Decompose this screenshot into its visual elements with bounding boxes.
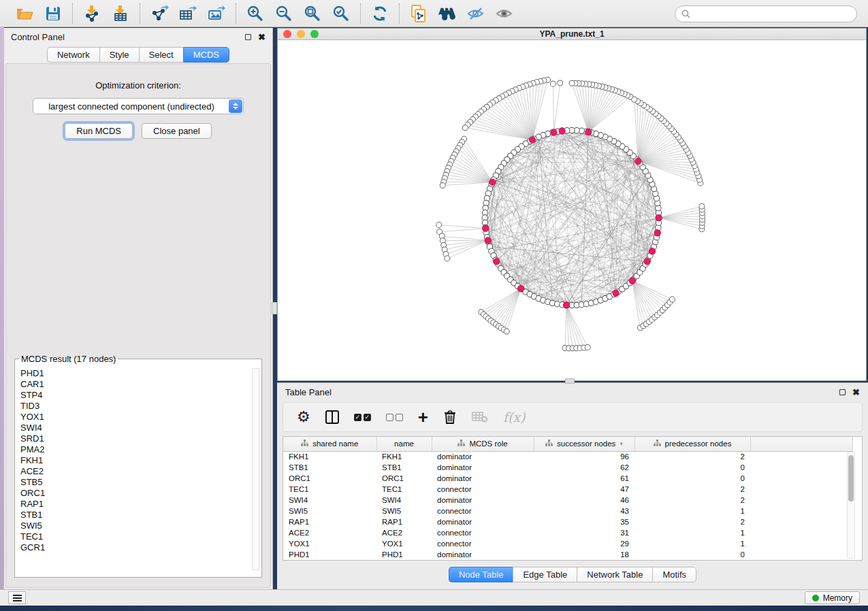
result-list-item[interactable]: CAR1 bbox=[20, 379, 261, 390]
table-row[interactable]: SWI5SWI5connector431 bbox=[283, 506, 852, 516]
result-list-item[interactable]: FKH1 bbox=[20, 455, 261, 466]
float-table-panel-icon[interactable] bbox=[839, 389, 846, 395]
result-list-item[interactable]: SWI5 bbox=[20, 521, 261, 531]
result-list-item[interactable]: SRD1 bbox=[20, 433, 261, 444]
add-column-icon[interactable]: + bbox=[418, 407, 428, 427]
result-list-item[interactable]: GCR1 bbox=[20, 542, 261, 553]
first-neighbors-icon[interactable] bbox=[435, 3, 460, 24]
network-canvas[interactable] bbox=[278, 40, 866, 380]
zoom-selected-icon[interactable] bbox=[329, 3, 353, 24]
vertical-splitter-handle[interactable] bbox=[272, 302, 277, 314]
table-row[interactable]: STB1STB1dominator620 bbox=[283, 462, 852, 473]
close-panel-icon[interactable]: ✖ bbox=[258, 33, 266, 42]
select-all-icon[interactable]: ✓✓ bbox=[354, 407, 371, 427]
column-header-successor-nodes[interactable]: successor nodes▾ bbox=[534, 437, 634, 451]
gear-icon[interactable]: ⚙ bbox=[297, 407, 310, 427]
horizontal-splitter-handle[interactable] bbox=[565, 378, 575, 384]
result-list-item[interactable]: TID3 bbox=[20, 401, 261, 412]
table-row[interactable]: PHD1PHD1dominator180 bbox=[283, 549, 852, 560]
table-row[interactable]: RAP1RAP1dominator352 bbox=[283, 516, 852, 527]
table-cell: dominator bbox=[432, 462, 534, 473]
memory-button[interactable]: Memory bbox=[805, 591, 860, 604]
import-network-icon[interactable] bbox=[80, 3, 104, 24]
column-header-filler bbox=[750, 437, 852, 451]
result-list-item[interactable]: STB5 bbox=[20, 477, 261, 488]
column-header-predecessor-nodes[interactable]: predecessor nodes bbox=[634, 437, 750, 451]
save-icon[interactable] bbox=[41, 3, 65, 24]
tab-motifs[interactable]: Motifs bbox=[652, 567, 696, 582]
optimization-criterion-select[interactable]: largest connected component (undirected) bbox=[33, 98, 244, 114]
close-table-panel-icon[interactable]: ✖ bbox=[852, 388, 860, 397]
run-mcds-button[interactable]: Run MCDS bbox=[65, 123, 133, 139]
mcds-result-list[interactable]: PHD1CAR1STP4TID3YOX1SWI4SRD1PMA2FKH1ACE2… bbox=[15, 367, 261, 572]
tab-style[interactable]: Style bbox=[99, 47, 139, 63]
float-panel-icon[interactable] bbox=[245, 34, 251, 40]
table-cell: 0 bbox=[634, 549, 750, 560]
hierarchy-icon bbox=[457, 440, 465, 448]
table-row[interactable]: YOX1YOX1connector291 bbox=[283, 538, 852, 549]
table-cell: YOX1 bbox=[376, 538, 432, 549]
table-row[interactable]: SWI4SWI4dominator462 bbox=[283, 495, 852, 506]
open-folder-icon[interactable] bbox=[12, 3, 37, 24]
result-list-item[interactable]: ACE2 bbox=[20, 466, 261, 477]
hide-selected-icon[interactable] bbox=[464, 3, 488, 24]
function-builder-icon[interactable]: f(x) bbox=[503, 407, 526, 427]
zoom-out-icon[interactable] bbox=[272, 3, 296, 24]
tab-network[interactable]: Network bbox=[47, 47, 99, 63]
table-cell: TEC1 bbox=[376, 484, 432, 495]
import-table-icon[interactable] bbox=[108, 3, 133, 24]
result-list-item[interactable]: YOX1 bbox=[20, 412, 261, 423]
table-cell: connector bbox=[432, 527, 534, 538]
result-list-item[interactable]: STB1 bbox=[20, 510, 261, 521]
result-list-item[interactable]: SWI4 bbox=[20, 423, 261, 433]
table-row[interactable]: FKH1FKH1dominator962 bbox=[283, 451, 852, 462]
table-cell: 31 bbox=[534, 527, 634, 538]
table-cell: ACE2 bbox=[283, 527, 376, 538]
table-row[interactable]: ACE2ACE2connector311 bbox=[283, 527, 852, 538]
result-list-item[interactable]: TEC1 bbox=[20, 531, 261, 542]
table-cell-filler bbox=[750, 516, 852, 527]
result-list-item[interactable]: STP4 bbox=[20, 390, 261, 401]
column-header-shared-name[interactable]: shared name bbox=[283, 437, 376, 451]
search-input[interactable] bbox=[694, 10, 856, 19]
result-list-item[interactable]: ORC1 bbox=[20, 488, 261, 499]
delete-icon[interactable] bbox=[443, 407, 457, 427]
table-cell: 2 bbox=[634, 495, 750, 506]
table-cell: 43 bbox=[534, 506, 634, 516]
tab-network-table[interactable]: Network Table bbox=[577, 567, 652, 582]
delete-table-icon[interactable] bbox=[472, 407, 488, 427]
column-header-name[interactable]: name bbox=[376, 437, 432, 451]
network-window-titlebar[interactable]: YPA_prune.txt_1 bbox=[278, 29, 866, 40]
hierarchy-icon bbox=[654, 440, 661, 448]
table-scrollbar-thumb[interactable] bbox=[848, 455, 854, 501]
table-cell: connector bbox=[432, 506, 534, 516]
tab-select[interactable]: Select bbox=[139, 47, 183, 63]
search-box[interactable] bbox=[675, 5, 857, 22]
table-row[interactable]: TEC1TEC1connector472 bbox=[283, 484, 852, 495]
optimization-criterion-label: Optimization criterion: bbox=[6, 80, 270, 90]
export-image-icon[interactable] bbox=[204, 3, 229, 24]
export-table-icon[interactable] bbox=[176, 3, 200, 24]
deselect-all-icon[interactable] bbox=[386, 407, 403, 427]
tab-edge-table[interactable]: Edge Table bbox=[513, 567, 577, 582]
column-label: name bbox=[394, 440, 414, 448]
result-list-item[interactable]: RAP1 bbox=[20, 499, 261, 510]
zoom-fit-icon[interactable] bbox=[300, 3, 325, 24]
table-row[interactable]: ORC1ORC1dominator610 bbox=[283, 473, 852, 484]
column-label: successor nodes bbox=[557, 440, 615, 448]
result-list-item[interactable]: PHD1 bbox=[20, 368, 261, 379]
close-panel-button[interactable]: Close panel bbox=[142, 123, 212, 139]
tab-mcds[interactable]: MCDS bbox=[183, 47, 229, 63]
tab-node-table[interactable]: Node Table bbox=[449, 567, 513, 582]
table-scrollbar[interactable] bbox=[847, 452, 855, 559]
new-network-from-selection-icon[interactable] bbox=[406, 3, 431, 24]
result-list-item[interactable]: PMA2 bbox=[20, 444, 261, 455]
task-history-button[interactable] bbox=[8, 591, 26, 604]
refresh-icon[interactable] bbox=[368, 3, 392, 24]
column-layout-icon[interactable] bbox=[325, 407, 339, 427]
show-all-icon[interactable] bbox=[492, 3, 517, 24]
export-network-icon[interactable] bbox=[147, 3, 172, 24]
zoom-in-icon[interactable] bbox=[243, 3, 268, 24]
column-header-MCDS-role[interactable]: MCDS role bbox=[432, 437, 534, 451]
result-list-scrollbar[interactable] bbox=[252, 368, 259, 570]
